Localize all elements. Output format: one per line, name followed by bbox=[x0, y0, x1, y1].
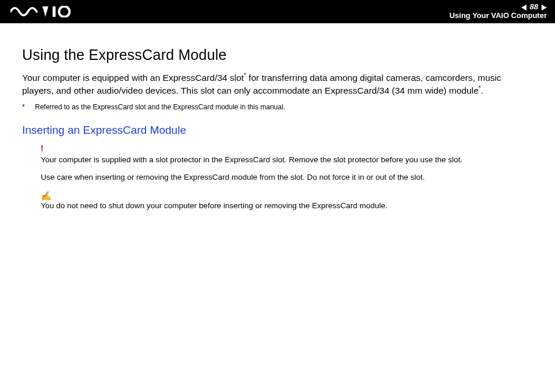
notes-block: ! Your computer is supplied with a slot … bbox=[22, 142, 533, 211]
alert-text-1: Your computer is supplied with a slot pr… bbox=[41, 154, 533, 166]
prev-page-arrow-icon[interactable] bbox=[521, 5, 526, 10]
vaio-logo-svg bbox=[10, 6, 74, 17]
intro-text-3: . bbox=[481, 85, 483, 95]
page-title: Using the ExpressCard Module bbox=[22, 47, 533, 63]
footnote-text: Referred to as the ExpressCard slot and … bbox=[35, 103, 285, 111]
section-title: Using Your VAIO Computer bbox=[449, 12, 547, 20]
footnote: * Referred to as the ExpressCard slot an… bbox=[22, 103, 533, 111]
intro-paragraph: Your computer is equipped with an Expres… bbox=[22, 72, 533, 97]
svg-rect-0 bbox=[53, 6, 56, 17]
next-page-arrow-icon[interactable] bbox=[542, 5, 547, 10]
header-bar: 88 Using Your VAIO Computer bbox=[0, 0, 555, 23]
note-icon: ✍ bbox=[41, 191, 533, 200]
alert-icon: ! bbox=[41, 142, 533, 154]
note-text: You do not need to shut down your comput… bbox=[41, 200, 533, 212]
intro-text-1: Your computer is equipped with an Expres… bbox=[22, 73, 244, 83]
svg-point-1 bbox=[59, 6, 70, 17]
footnote-mark: * bbox=[22, 103, 28, 111]
header-right: 88 Using Your VAIO Computer bbox=[449, 3, 547, 20]
vaio-logo bbox=[10, 0, 74, 23]
page-content: Using the ExpressCard Module Your comput… bbox=[0, 23, 555, 211]
page-number: 88 bbox=[530, 3, 538, 12]
alert-text-2: Use care when inserting or removing the … bbox=[41, 172, 533, 183]
section-heading: Inserting an ExpressCard Module bbox=[22, 124, 533, 137]
page-navigator: 88 bbox=[521, 3, 547, 12]
